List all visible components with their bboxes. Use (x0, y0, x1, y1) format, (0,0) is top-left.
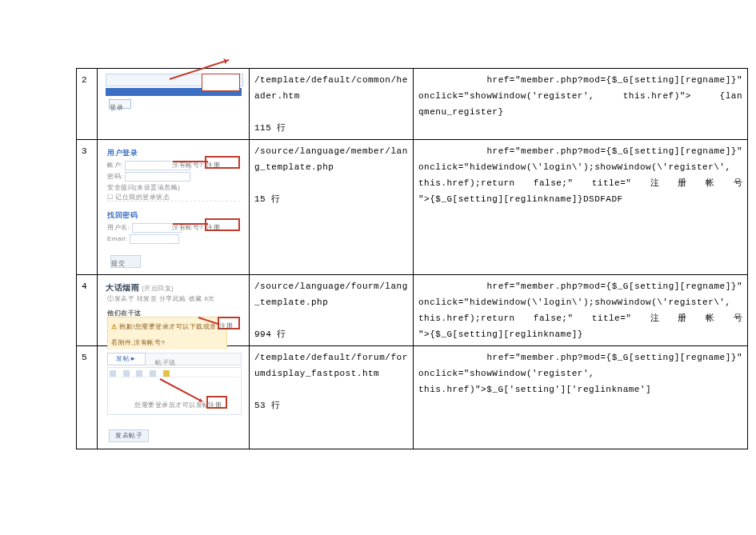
code-callout-box (202, 74, 240, 91)
screenshot-cell: 大话烟雨 [开启回复] ①发表于 转发至 分享此贴 收藏 6次 他们在干这 ⚠ … (98, 275, 250, 346)
divider (107, 201, 240, 202)
file-path-cell: /template/default/forum/forumdisplay_fas… (250, 346, 414, 449)
code-line: href="member.php?mod={$_G[setting][regna… (418, 72, 742, 88)
code-line: ">{$_G[setting][reglinkname]} (418, 326, 742, 342)
screenshot-thumbnail: 发帖► 帖子说 您需要登录后才可以发帖 登录 注册 发表帖子 (102, 349, 245, 445)
emoji-icon (163, 370, 170, 377)
file-path: /source/language/fourm/lang_template.php (254, 278, 408, 310)
bold-icon (110, 370, 116, 377)
field-label: 密码: (107, 173, 123, 180)
code-reference-table: 2 登录 /template/default/common/header.htm… (76, 68, 748, 449)
file-path: /template/default/forum/forumdisplay_fas… (254, 349, 408, 381)
register-hint: 没有帐号? (172, 158, 203, 174)
post-button-thumb: 发表帖子 (109, 429, 149, 442)
file-path: /template/default/common/header.htm (254, 72, 408, 104)
screenshot-thumbnail: 用户登录 帐户: 密码: 安全提问(未设置请忽略) ☐ 记住我的登录状态 没有帐… (102, 143, 245, 271)
code-cell: href="member.php?mod={$_G[setting][regna… (414, 275, 748, 346)
screenshot-cell: 用户登录 帐户: 密码: 安全提问(未设置请忽略) ☐ 记住我的登录状态 没有帐… (98, 140, 250, 275)
annotation-arrow-icon (173, 223, 208, 225)
image-icon (150, 370, 156, 377)
table-row: 5 发帖► 帖子说 您需要登录后才可以发帖 登录 (77, 346, 748, 449)
document-page: 2 登录 /template/default/common/header.htm… (0, 0, 756, 535)
active-tab: 发帖► (107, 353, 146, 365)
editor-toolbar (107, 367, 240, 377)
line-number-label: 115 行 (254, 120, 408, 136)
link-icon (136, 370, 142, 377)
file-path-cell: /template/default/common/header.htm 115 … (250, 69, 414, 140)
code-line: qmenu_register} (418, 104, 742, 120)
register-button-highlight: 注册 (205, 218, 240, 231)
submit-button-thumb: 提交 (110, 255, 141, 268)
register-button-highlight: 注册 (206, 396, 227, 409)
thread-meta: ①发表于 转发至 分享此贴 收藏 6次 (107, 291, 215, 307)
italic-icon (123, 370, 130, 377)
code-line: onclick="hideWindow(\'login\');showWindo… (418, 159, 742, 175)
remember-label: ☐ 记住我的登录状态 (107, 194, 170, 201)
table-row: 3 用户登录 帐户: 密码: 安全提问(未设置请忽略) ☐ 记住我的登录状态 (77, 140, 748, 275)
screenshot-cell: 发帖► 帖子说 您需要登录后才可以发帖 登录 注册 发表帖子 (98, 346, 250, 449)
row-number: 2 (77, 69, 98, 140)
code-cell: href="member.php?mod={$_G[setting][regna… (414, 140, 748, 275)
screenshot-thumbnail: 大话烟雨 [开启回复] ①发表于 转发至 分享此贴 收藏 6次 他们在干这 ⚠ … (102, 278, 245, 337)
line-number-label: 53 行 (254, 397, 408, 413)
code-line: href="member.php?mod={$_G[setting][regna… (418, 349, 742, 365)
code-line: onclick="showWindow('register', (418, 365, 742, 381)
annotation-arrow-icon (173, 161, 208, 162)
register-button-highlight: 注册 (218, 317, 240, 329)
file-path: /source/language/member/lang_template.ph… (254, 143, 408, 175)
row-number: 5 (77, 346, 98, 449)
code-line: href="member.php?mod={$_G[setting][regna… (418, 143, 742, 159)
field-label: 帐户: (107, 162, 123, 169)
field-label: Email: (107, 235, 127, 242)
register-hint: 没有帐号? (172, 220, 203, 236)
code-line: this.href);return false;" title=" 注 册 帐 … (418, 175, 742, 191)
code-cell: href="member.php?mod={$_G[setting][regna… (414, 346, 748, 449)
code-cell: href="member.php?mod={$_G[setting][regna… (414, 69, 748, 140)
code-line: this.href)">$_G['setting']['reglinkname'… (418, 381, 742, 397)
code-line: href="member.php?mod={$_G[setting][regna… (418, 278, 742, 294)
login-button-thumb: 登录 (109, 99, 131, 109)
line-number-label: 15 行 (254, 191, 408, 207)
row-number: 4 (77, 275, 98, 346)
table-row: 2 登录 /template/default/common/header.htm… (77, 69, 748, 140)
register-button-highlight: 注册 (205, 156, 240, 169)
code-line: this.href);return false;" title=" 注 册 帐 … (418, 310, 742, 326)
file-path-cell: /source/language/fourm/lang_template.php… (250, 275, 414, 346)
file-path-cell: /source/language/member/lang_template.ph… (250, 140, 414, 275)
code-line: ">{$_G[setting][reglinkname]}DSDFADF (418, 191, 742, 207)
table-row: 4 大话烟雨 [开启回复] ①发表于 转发至 分享此贴 收藏 6次 他们在干这 … (77, 275, 748, 346)
code-line: onclick="hideWindow(\'login\');showWindo… (418, 294, 742, 310)
row-number: 3 (77, 140, 98, 275)
screenshot-thumbnail: 登录 (102, 72, 245, 114)
field-label: 用户名: (107, 224, 130, 231)
code-line: onclick="showWindow('register', this.hre… (418, 88, 742, 104)
line-number-label: 994 行 (254, 326, 408, 342)
warning-icon: ⚠ (111, 323, 118, 330)
screenshot-cell: 登录 (98, 69, 250, 140)
warning-banner: ⚠ 抱歉!您需要登录才可以下载或查看附件,没有帐号? (107, 317, 227, 353)
